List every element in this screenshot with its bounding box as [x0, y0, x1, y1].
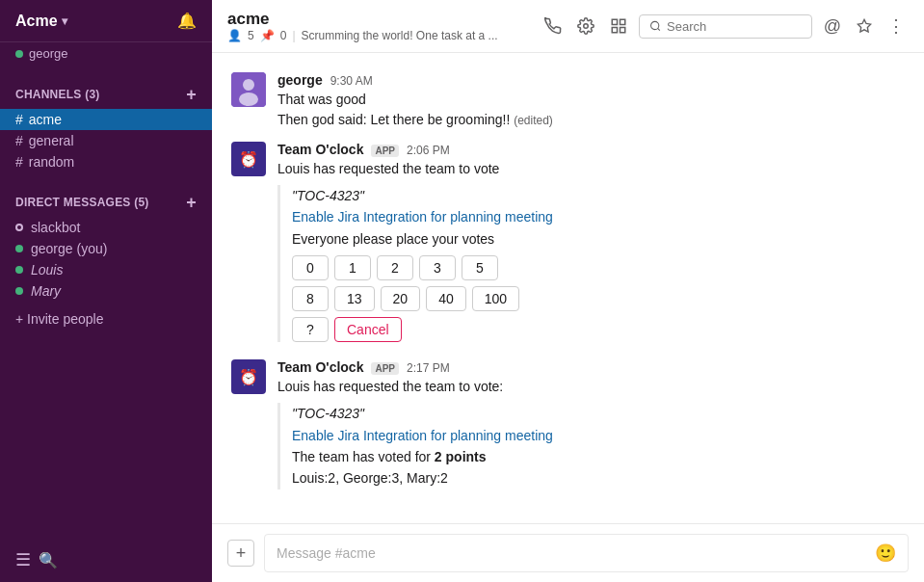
settings-button[interactable] — [573, 13, 598, 39]
vote-button-40[interactable]: 40 — [426, 286, 466, 311]
message-intro: Louis has requested the team to vote — [277, 159, 905, 179]
svg-rect-4 — [612, 28, 617, 33]
message-line: That was good — [277, 92, 366, 107]
channel-title-area: acme 👤 5 📌 0 | Scrumming the world! One … — [227, 10, 498, 42]
timestamp: 2:06 PM — [407, 144, 450, 157]
notifications-bell-icon[interactable]: 🔔 — [177, 12, 197, 30]
sidebar-item-mary[interactable]: Mary — [0, 280, 212, 302]
invite-people-label: + Invite people — [15, 311, 103, 327]
dm-section: DIRECT MESSAGES (5) + slackbot george (y… — [0, 176, 212, 305]
quote-value: "TOC-4323" — [292, 188, 364, 203]
message-input-box[interactable]: 🙂 — [264, 534, 909, 572]
pin-icon: 📌 — [260, 29, 275, 42]
edited-label: (edited) — [514, 114, 553, 127]
block-link-line: Enable Jira Integration for planning mee… — [292, 206, 905, 227]
svg-point-9 — [243, 79, 254, 91]
sidebar-item-george[interactable]: george (you) — [0, 238, 212, 259]
dm-section-header: DIRECT MESSAGES (5) + — [0, 192, 212, 217]
sidebar-item-louis[interactable]: Louis — [0, 259, 212, 280]
channel-header: acme 👤 5 📌 0 | Scrumming the world! One … — [212, 0, 924, 53]
vote-button-0[interactable]: 0 — [292, 255, 329, 280]
vote-button-5[interactable]: 5 — [462, 255, 498, 280]
channel-topic: Scrumming the world! One task at a ... — [302, 29, 498, 42]
layout-button[interactable] — [606, 13, 631, 39]
svg-point-10 — [239, 93, 258, 106]
dm-label: Louis — [31, 262, 63, 278]
channel-label: general — [29, 133, 74, 148]
message-intro: Louis has requested the team to vote: — [277, 377, 905, 397]
quote-text: "TOC-4323" — [292, 185, 905, 206]
sidebar-footer: ☰ 🔍 — [0, 538, 212, 582]
vote-button-20[interactable]: 20 — [381, 286, 421, 311]
svg-rect-2 — [620, 19, 624, 24]
svg-text:⏰: ⏰ — [239, 368, 258, 386]
vote-row-1: 0 1 2 3 5 — [292, 255, 905, 280]
attach-button[interactable]: + — [227, 540, 254, 567]
channels-section-header: CHANNELS (3) + — [0, 84, 212, 109]
sender-name: Team O'clock — [277, 142, 363, 157]
chevron-down-icon: ▾ — [62, 14, 67, 28]
quote-value: "TOC-4323" — [292, 406, 364, 421]
hash-icon: # — [15, 154, 23, 170]
dm-section-label: DIRECT MESSAGES (5) — [15, 196, 149, 209]
emoji-icon[interactable]: 🙂 — [875, 542, 896, 564]
add-dm-button[interactable]: + — [186, 194, 197, 211]
workspace-name[interactable]: Acme ▾ — [15, 13, 67, 30]
more-button[interactable]: ⋮ — [884, 12, 909, 40]
message-content: Team O'clock APP 2:17 PM Louis has reque… — [277, 359, 905, 495]
message-input-area: + 🙂 — [212, 523, 924, 582]
jira-link[interactable]: Enable Jira Integration for planning mee… — [292, 428, 553, 443]
header-actions: @ ⋮ — [541, 12, 909, 40]
sidebar-item-random[interactable]: # random — [0, 151, 212, 172]
channel-name: acme — [227, 10, 269, 29]
sidebar-item-acme[interactable]: # acme — [0, 109, 212, 130]
app-badge: APP — [371, 145, 399, 157]
vote-instruction: Everyone please place your votes — [292, 228, 905, 250]
add-channel-button[interactable]: + — [186, 86, 197, 103]
members-count: 5 — [248, 29, 254, 42]
star-button[interactable] — [853, 14, 876, 38]
message-header: george 9:30 AM — [277, 72, 905, 88]
sender-name: george — [277, 72, 323, 88]
message-header: Team O'clock APP 2:06 PM — [277, 142, 905, 157]
sidebar-item-slackbot[interactable]: slackbot — [0, 217, 212, 238]
online-status-dot — [15, 266, 23, 274]
channel-name-row: acme — [227, 10, 498, 29]
history-icon[interactable]: ☰ — [15, 549, 31, 570]
vote-button-100[interactable]: 100 — [472, 286, 519, 311]
mention-button[interactable]: @ — [820, 13, 845, 40]
sidebar-item-general[interactable]: # general — [0, 130, 212, 151]
vote-breakdown: Louis:2, George:3, Mary:2 — [292, 467, 905, 489]
search-input[interactable] — [667, 19, 802, 34]
channels-section-label: CHANNELS (3) — [15, 88, 100, 101]
message-group: ⏰ Team O'clock APP 2:17 PM Louis has req… — [212, 356, 924, 503]
call-button[interactable] — [541, 13, 566, 39]
jira-link[interactable]: Enable Jira Integration for planning mee… — [292, 209, 553, 225]
vote-button-8[interactable]: 8 — [292, 286, 329, 311]
invite-people-button[interactable]: + Invite people — [0, 305, 212, 332]
svg-marker-7 — [858, 19, 870, 32]
cancel-button[interactable]: Cancel — [334, 317, 402, 342]
vote-button-question[interactable]: ? — [292, 317, 329, 342]
vote-button-1[interactable]: 1 — [334, 255, 371, 280]
avatar — [231, 72, 266, 107]
workspace-name-label: Acme — [15, 13, 58, 30]
timestamp: 9:30 AM — [330, 74, 373, 88]
sidebar: Acme ▾ 🔔 george CHANNELS (3) + # acme # … — [0, 0, 212, 582]
message-text-input[interactable] — [277, 545, 875, 561]
message-text-edited: Then god said: Let there be grooming!! (… — [277, 110, 905, 130]
dm-label: slackbot — [31, 220, 80, 235]
result-text: The team has voted for — [292, 449, 435, 464]
message-group: george 9:30 AM That was good Then god sa… — [212, 68, 924, 138]
search-footer-icon[interactable]: 🔍 — [39, 551, 58, 569]
user-status-bar: george — [0, 42, 212, 68]
search-box[interactable] — [639, 14, 812, 39]
sender-name: Team O'clock — [277, 359, 363, 375]
away-status-dot — [15, 224, 23, 231]
vote-button-3[interactable]: 3 — [419, 255, 456, 280]
vote-button-2[interactable]: 2 — [377, 255, 413, 280]
vote-result-line: The team has voted for 2 points — [292, 446, 905, 467]
message-header: Team O'clock APP 2:17 PM — [277, 359, 905, 375]
vote-button-13[interactable]: 13 — [334, 286, 375, 311]
block-quote: "TOC-4323" Enable Jira Integration for p… — [277, 185, 905, 342]
